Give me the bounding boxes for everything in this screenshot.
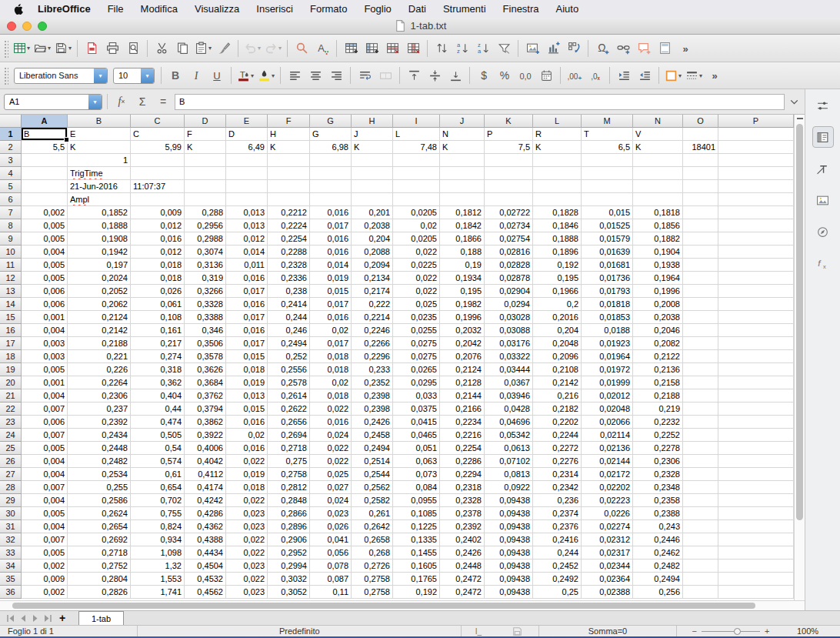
cell-F9[interactable]: 0,2254 <box>268 232 310 246</box>
cell-A20[interactable]: 0,001 <box>22 376 68 389</box>
cell-N35[interactable]: 0,2494 <box>633 573 683 586</box>
cell-C20[interactable]: 0,362 <box>131 376 185 389</box>
cell-I29[interactable]: 0,0955 <box>393 494 440 507</box>
row-header-32[interactable]: 32 <box>0 533 22 546</box>
borders-button[interactable]: ▾ <box>663 65 683 86</box>
cell-G12[interactable]: 0,019 <box>310 272 352 285</box>
cell-N10[interactable]: 0,1904 <box>633 246 683 259</box>
cell-M33[interactable]: 0,02317 <box>582 546 633 560</box>
cell-B27[interactable]: 0,2534 <box>68 468 131 481</box>
cell-L22[interactable]: 0,2182 <box>533 403 582 416</box>
font-color-button[interactable]: T▾ <box>235 65 255 86</box>
sum-icon[interactable]: Σ <box>133 92 152 111</box>
cell-N29[interactable]: 0,2358 <box>633 494 683 507</box>
cell-I30[interactable]: 0,1085 <box>393 507 440 520</box>
cell-H30[interactable]: 0,261 <box>352 507 393 520</box>
cell-A3[interactable] <box>22 154 68 167</box>
cell-I32[interactable]: 0,1335 <box>393 533 440 546</box>
cell-G35[interactable]: 0,087 <box>310 573 352 586</box>
font-size-combo[interactable]: 10▾ <box>113 68 155 84</box>
cell-J20[interactable]: 0,2128 <box>440 376 485 389</box>
cell-I7[interactable]: 0,0205 <box>393 206 440 219</box>
cell-H31[interactable]: 0,2642 <box>352 520 393 533</box>
cell-F10[interactable]: 0,2288 <box>268 246 310 259</box>
cell-M35[interactable]: 0,02364 <box>582 573 633 586</box>
cell-G19[interactable]: 0,018 <box>310 363 352 376</box>
cell-K3[interactable] <box>485 154 533 167</box>
cell-G26[interactable]: 0,022 <box>310 455 352 468</box>
add-decimal-button[interactable]: ,00₊ <box>565 65 585 86</box>
cell-L13[interactable]: 0,1966 <box>533 285 582 298</box>
cell-C30[interactable]: 0,755 <box>131 507 185 520</box>
cell-P26[interactable] <box>718 455 794 468</box>
cell-C26[interactable]: 0,574 <box>131 455 185 468</box>
cell-B24[interactable]: 0,2434 <box>68 429 131 442</box>
cell-O13[interactable] <box>683 285 718 298</box>
cell-H22[interactable]: 0,2398 <box>352 403 393 416</box>
sidebar-tab-styles[interactable] <box>812 158 834 179</box>
cell-A1[interactable]: B <box>22 128 68 141</box>
cell-K16[interactable]: 0,03088 <box>485 324 533 337</box>
toolbar-overflow-button[interactable]: » <box>675 38 695 58</box>
cell-J27[interactable]: 0,2294 <box>440 468 485 481</box>
cell-H23[interactable]: 0,2426 <box>352 416 393 429</box>
cell-F4[interactable] <box>268 167 310 180</box>
cell-I14[interactable]: 0,025 <box>393 298 440 311</box>
cell-J13[interactable]: 0,195 <box>440 285 485 298</box>
cell-F18[interactable]: 0,252 <box>268 350 310 363</box>
cell-F8[interactable]: 0,2224 <box>268 219 310 232</box>
cell-J9[interactable]: 0,1866 <box>440 232 485 246</box>
cell-A30[interactable]: 0,005 <box>22 507 68 520</box>
align-center-button[interactable] <box>305 65 325 86</box>
cell-F36[interactable]: 0,3052 <box>268 586 310 599</box>
column-header-C[interactable]: C <box>131 115 185 128</box>
cell-D20[interactable]: 0,3684 <box>185 376 226 389</box>
cell-P15[interactable] <box>718 311 794 324</box>
row-header-17[interactable]: 17 <box>0 337 22 350</box>
row-header-34[interactable]: 34 <box>0 560 22 573</box>
cell-N6[interactable] <box>633 193 683 206</box>
cell-H13[interactable]: 0,2174 <box>352 285 393 298</box>
cell-A33[interactable]: 0,005 <box>22 546 68 560</box>
row-header-30[interactable]: 30 <box>0 507 22 520</box>
autofilter-button[interactable] <box>494 38 514 58</box>
cell-M14[interactable]: 0,01818 <box>582 298 633 311</box>
cell-G31[interactable]: 0,026 <box>310 520 352 533</box>
cell-G5[interactable] <box>310 180 352 193</box>
font-name-dropdown-icon[interactable]: ▾ <box>94 68 107 83</box>
toolbar-grip[interactable] <box>3 39 8 58</box>
cell-L34[interactable]: 0,2452 <box>533 560 582 573</box>
cell-A35[interactable]: 0,009 <box>22 573 68 586</box>
cell-C9[interactable]: 0,016 <box>131 232 185 246</box>
cell-E27[interactable]: 0,019 <box>226 468 268 481</box>
cell-F24[interactable]: 0,2694 <box>268 429 310 442</box>
cell-N33[interactable]: 0,2462 <box>633 546 683 560</box>
cell-K33[interactable]: 0,09438 <box>485 546 533 560</box>
border-style-button[interactable]: ▾ <box>684 65 704 86</box>
open-button[interactable]: ▾ <box>32 38 52 58</box>
cell-A18[interactable]: 0,003 <box>22 350 68 363</box>
cell-B4[interactable]: TrigTime <box>68 167 131 180</box>
cell-O8[interactable] <box>683 219 718 232</box>
cell-E14[interactable]: 0,016 <box>226 298 268 311</box>
underline-button[interactable]: U <box>207 65 227 86</box>
cell-C28[interactable]: 0,654 <box>131 481 185 494</box>
cell-A36[interactable]: 0,002 <box>22 586 68 599</box>
column-header-J[interactable]: J <box>440 115 485 128</box>
next-sheet-icon[interactable] <box>29 611 42 625</box>
cell-D30[interactable]: 0,4286 <box>185 507 226 520</box>
cell-D33[interactable]: 0,4434 <box>185 546 226 560</box>
cell-K34[interactable]: 0,09438 <box>485 560 533 573</box>
cell-G32[interactable]: 0,041 <box>310 533 352 546</box>
cell-M27[interactable]: 0,02172 <box>582 468 633 481</box>
cell-G20[interactable]: 0,02 <box>310 376 352 389</box>
cell-O33[interactable] <box>683 546 718 560</box>
cell-C24[interactable]: 0,505 <box>131 429 185 442</box>
cell-E12[interactable]: 0,016 <box>226 272 268 285</box>
cell-G23[interactable]: 0,016 <box>310 416 352 429</box>
cell-A11[interactable]: 0,005 <box>22 259 68 272</box>
cell-C17[interactable]: 0,217 <box>131 337 185 350</box>
insert-rows-above-button[interactable] <box>341 38 361 58</box>
cell-D32[interactable]: 0,4388 <box>185 533 226 546</box>
cell-B18[interactable]: 0,221 <box>68 350 131 363</box>
